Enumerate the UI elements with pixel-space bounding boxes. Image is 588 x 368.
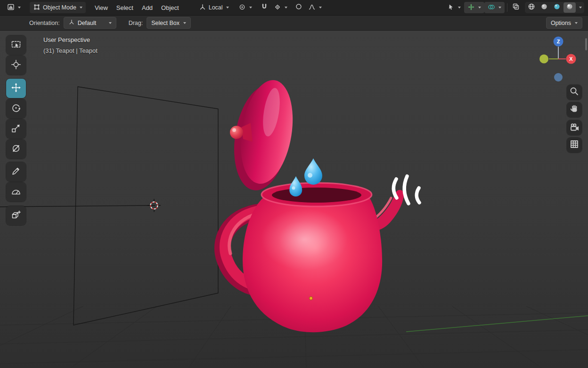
- scene-canvas: [0, 31, 588, 368]
- tool-rotate[interactable]: [6, 99, 26, 118]
- orientation-axes-icon: [199, 3, 206, 12]
- orientation-dropdown[interactable]: Default: [64, 17, 116, 29]
- drag-value: Select Box: [151, 20, 180, 26]
- editor-type-icon: [7, 3, 15, 12]
- menu-bar: View Select Add Object: [90, 2, 183, 13]
- gizmo-x-label: X: [569, 56, 573, 62]
- transform-space-label: Local: [209, 4, 223, 11]
- snap-toggle-button[interactable]: [258, 2, 270, 13]
- tool-add-cube[interactable]: [6, 206, 26, 225]
- menu-add[interactable]: Add: [138, 2, 157, 13]
- annotate-pencil-icon: [11, 166, 21, 178]
- drag-dropdown[interactable]: Select Box: [147, 17, 191, 29]
- divider: [507, 3, 507, 12]
- measure-protractor-icon: [11, 186, 21, 198]
- perspective-toggle-button[interactable]: [567, 138, 582, 153]
- gizmo-y-axis[interactable]: [539, 55, 548, 64]
- teapot-body-highlight: [261, 208, 348, 270]
- drag-label: Drag:: [129, 20, 143, 26]
- camera-view-button[interactable]: [567, 120, 582, 135]
- scale-icon: [11, 123, 21, 135]
- rendered-sphere-icon: [566, 3, 573, 12]
- viewport-scrollbar[interactable]: [585, 38, 587, 50]
- drop-highlight: [308, 173, 312, 178]
- mode-label: Object Mode: [43, 4, 76, 11]
- xray-toggle-button[interactable]: [510, 2, 522, 13]
- chevron-down-icon: [579, 7, 582, 8]
- shading-rendered-button[interactable]: [564, 2, 576, 13]
- chevron-down-icon: [498, 7, 501, 8]
- tool-transform[interactable]: [6, 139, 26, 159]
- orientation-label: Orientation:: [29, 20, 60, 26]
- mode-dropdown[interactable]: Object Mode: [30, 2, 86, 13]
- menu-select[interactable]: Select: [112, 2, 138, 13]
- chevron-down-icon: [183, 22, 186, 24]
- chevron-down-icon: [226, 7, 229, 8]
- orientation-axes-icon: [68, 19, 75, 27]
- tool-scale[interactable]: [6, 119, 26, 139]
- tool-select-box[interactable]: [6, 35, 26, 55]
- shading-wireframe-button[interactable]: [525, 2, 538, 13]
- tool-cursor[interactable]: [6, 56, 26, 75]
- hand-icon: [569, 104, 580, 116]
- shading-solid-button[interactable]: [538, 2, 550, 13]
- teapot-lid-knob: [230, 126, 243, 139]
- chevron-down-icon: [18, 7, 21, 8]
- proportional-circle-icon: [295, 3, 302, 12]
- tool-move[interactable]: [6, 79, 26, 98]
- object-visibility-dropdown[interactable]: [444, 2, 464, 13]
- viewport-header: Object Mode View Select Add Object Local: [0, 0, 588, 16]
- chevron-down-icon: [249, 7, 252, 8]
- grid-icon: [569, 139, 580, 151]
- shading-material-button[interactable]: [551, 2, 563, 13]
- proportional-edit-button[interactable]: [293, 2, 305, 13]
- chevron-down-icon: [319, 7, 322, 8]
- view-perspective-label: User Perspective: [43, 36, 90, 43]
- select-box-icon: [11, 39, 21, 51]
- editor-type-button[interactable]: [4, 2, 24, 13]
- chevron-down-icon: [458, 7, 461, 8]
- show-overlays-dropdown[interactable]: [484, 2, 505, 13]
- shading-dropdown[interactable]: [576, 2, 584, 13]
- tool-settings-bar: Orientation: Default Drag: Select Box Op…: [0, 16, 588, 31]
- drop-highlight: [292, 187, 295, 190]
- overlays-icon: [488, 3, 495, 12]
- show-gizmo-dropdown[interactable]: [464, 2, 484, 13]
- chevron-down-icon: [109, 22, 112, 24]
- wireframe-sphere-icon: [528, 3, 535, 12]
- gizmo-z-negative-axis[interactable]: [554, 73, 563, 82]
- menu-view[interactable]: View: [90, 2, 112, 13]
- tool-measure[interactable]: [6, 182, 26, 202]
- tool-annotate[interactable]: [6, 162, 26, 181]
- cursor-tool-icon: [11, 59, 21, 72]
- proportional-falloff-dropdown[interactable]: [305, 2, 325, 13]
- magnet-icon: [261, 3, 268, 12]
- add-cube-icon: [11, 210, 21, 222]
- solid-sphere-icon: [540, 3, 548, 12]
- snap-target-icon: [274, 3, 281, 12]
- orientation-value: Default: [78, 20, 105, 26]
- material-sphere-icon: [553, 3, 561, 12]
- transform-orientation-dropdown[interactable]: Local: [196, 2, 232, 13]
- show-gizmo-icon: [467, 3, 475, 12]
- object-origin-dot: [310, 297, 313, 300]
- pivot-point-dropdown[interactable]: [235, 2, 255, 13]
- options-dropdown[interactable]: Options: [546, 17, 582, 29]
- pan-button[interactable]: [567, 102, 582, 117]
- chevron-down-icon: [478, 7, 481, 8]
- teapot-rim: [261, 183, 372, 206]
- chevron-down-icon: [80, 7, 82, 8]
- options-label: Options: [551, 20, 571, 26]
- menu-object[interactable]: Object: [157, 2, 183, 13]
- xray-icon: [512, 3, 520, 12]
- snap-settings-dropdown[interactable]: [270, 2, 291, 13]
- transform-icon: [11, 143, 21, 155]
- camera-icon: [569, 122, 580, 134]
- zoom-button[interactable]: [567, 85, 582, 100]
- chevron-down-icon: [575, 22, 578, 24]
- navigation-gizmo[interactable]: Z X: [537, 35, 580, 87]
- move-icon: [11, 82, 21, 95]
- magnifier-icon: [569, 86, 580, 98]
- falloff-curve-icon: [308, 3, 316, 12]
- viewport-3d[interactable]: User Perspective (31) Teapot | Teapot: [0, 31, 588, 368]
